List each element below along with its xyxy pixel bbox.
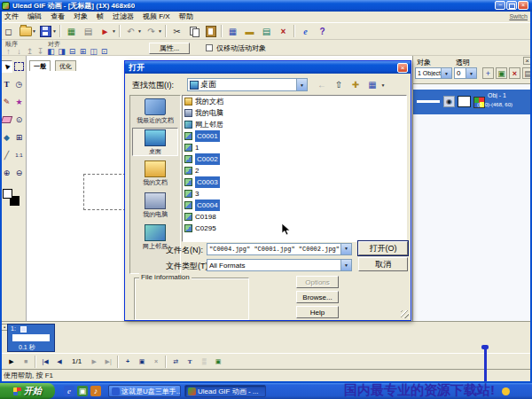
list-item[interactable]: 我的电脑 bbox=[183, 107, 406, 119]
spinner-arrows-icon[interactable]: ▼ bbox=[466, 68, 476, 78]
onion-skin-icon[interactable]: ▒ bbox=[198, 356, 210, 367]
menu-object[interactable]: 对象 bbox=[69, 12, 92, 22]
view-menu-dropdown-icon[interactable]: ▼ bbox=[379, 78, 387, 91]
list-item[interactable]: 1 bbox=[183, 142, 406, 153]
list-item[interactable]: C0003 bbox=[183, 176, 406, 188]
undo-icon[interactable]: ↶ bbox=[123, 24, 138, 39]
play-icon[interactable]: ▶ bbox=[5, 356, 18, 367]
paste-icon[interactable] bbox=[203, 24, 218, 39]
align-middle-icon[interactable]: ◫ bbox=[89, 46, 98, 56]
object-select-combo[interactable]: 1 Object▼ bbox=[415, 67, 452, 79]
foreground-color-swatch[interactable] bbox=[3, 189, 12, 199]
chevron-down-icon[interactable]: ▼ bbox=[296, 79, 307, 90]
save-icon[interactable] bbox=[38, 24, 53, 39]
list-item[interactable]: 2 bbox=[183, 165, 406, 176]
object-row[interactable]: ◉ Obj - 1 (0, 0)-(468, 60) bbox=[413, 90, 532, 114]
last-frame-icon[interactable]: ▶| bbox=[102, 356, 114, 367]
duplicate-object-icon[interactable]: ▣ bbox=[496, 67, 507, 79]
align-canvas-icon[interactable]: ⊡ bbox=[99, 46, 109, 56]
trace-icon[interactable]: ▤ bbox=[259, 24, 274, 39]
add-object-icon[interactable]: + bbox=[482, 67, 494, 79]
taskbar-task-browser[interactable]: 这就是U盘三单手... bbox=[108, 385, 181, 397]
text-tool[interactable]: T bbox=[1, 78, 12, 90]
quick-launch-ie-icon[interactable]: e bbox=[64, 386, 74, 396]
previous-frame-icon[interactable]: ◀ bbox=[53, 356, 66, 367]
move-active-checkbox[interactable] bbox=[206, 44, 213, 51]
dialog-close-button[interactable]: × bbox=[397, 63, 408, 73]
banner-icon[interactable]: ▬ bbox=[242, 24, 257, 39]
look-in-combo[interactable]: 桌面 ▼ bbox=[187, 78, 308, 91]
add-image-icon[interactable]: ▦ bbox=[64, 24, 79, 39]
select-tool[interactable]: ► bbox=[1, 60, 12, 73]
quick-launch-media-icon[interactable]: ♪ bbox=[90, 386, 101, 396]
start-button[interactable]: 开始 bbox=[0, 383, 55, 399]
redo-dropdown-icon[interactable]: ▼ bbox=[158, 28, 163, 34]
filetype-combo[interactable]: All Formats▼ bbox=[207, 259, 352, 271]
resize-grip[interactable] bbox=[401, 310, 409, 318]
move-top-icon[interactable]: ↥ bbox=[25, 46, 35, 56]
zoom-in-tool[interactable]: ⊕ bbox=[1, 167, 12, 179]
place-my-documents[interactable]: 我的文档 bbox=[132, 160, 178, 188]
cancel-button[interactable]: 取消 bbox=[358, 257, 408, 271]
open-icon[interactable] bbox=[18, 24, 33, 39]
move-bottom-icon[interactable]: ↧ bbox=[35, 46, 45, 56]
list-item[interactable]: 3 bbox=[183, 188, 406, 200]
move-down-icon[interactable]: ↓ bbox=[14, 46, 24, 56]
list-item[interactable]: 我的文档 bbox=[183, 96, 406, 107]
quick-launch-desktop-icon[interactable]: ▣ bbox=[77, 386, 88, 396]
move-up-icon[interactable]: ↑ bbox=[4, 46, 13, 56]
tab-optimize[interactable]: 优化 bbox=[55, 60, 76, 71]
list-item[interactable]: C0002 bbox=[183, 153, 406, 165]
undo-dropdown-icon[interactable]: ▼ bbox=[137, 28, 143, 34]
list-item[interactable]: 网上邻居 bbox=[183, 119, 406, 130]
stop-icon[interactable]: ■ bbox=[20, 356, 32, 367]
help-icon[interactable]: ? bbox=[315, 24, 330, 39]
menu-frame[interactable]: 帧 bbox=[92, 12, 108, 22]
open-dropdown-icon[interactable]: ▼ bbox=[32, 28, 37, 34]
delete-frame-icon[interactable]: × bbox=[150, 356, 162, 367]
list-item[interactable]: C0001 bbox=[183, 130, 406, 142]
visibility-eye-icon[interactable]: ◉ bbox=[443, 96, 455, 107]
tab-normal[interactable]: 一般 bbox=[29, 60, 51, 71]
chevron-down-icon[interactable]: ▼ bbox=[340, 244, 351, 254]
browse-button[interactable]: Browse... bbox=[296, 291, 339, 303]
new-folder-icon[interactable]: ✚ bbox=[348, 78, 363, 91]
tween-icon[interactable]: T bbox=[184, 356, 196, 367]
chevron-down-icon[interactable]: ▼ bbox=[441, 68, 451, 78]
actual-size-tool[interactable]: 1:1 bbox=[13, 149, 25, 161]
zoom-tool[interactable]: ⊙ bbox=[13, 113, 25, 126]
zoom-out-tool[interactable]: ⊖ bbox=[13, 167, 25, 179]
first-frame-icon[interactable]: |◀ bbox=[39, 356, 51, 367]
help-button[interactable]: Help bbox=[296, 306, 339, 318]
add-frame-icon[interactable]: + bbox=[121, 356, 134, 367]
transparency-spinner[interactable]: 0▼ bbox=[454, 67, 477, 79]
menu-video-fx[interactable]: 视频 F/X bbox=[138, 12, 175, 22]
reverse-frames-icon[interactable]: ⇄ bbox=[169, 356, 182, 367]
brush-tool[interactable]: ✎ bbox=[1, 96, 12, 108]
switch-link[interactable]: Switch bbox=[509, 12, 528, 22]
cut-icon[interactable]: ✂ bbox=[169, 24, 184, 39]
place-my-computer[interactable]: 我的电脑 bbox=[132, 192, 178, 220]
close-button[interactable]: × bbox=[518, 1, 528, 10]
list-item[interactable]: C0295 bbox=[183, 223, 406, 234]
marquee-tool[interactable] bbox=[13, 60, 25, 73]
duplicate-frame-icon[interactable]: ▣ bbox=[136, 356, 148, 367]
clock-tool[interactable]: ◷ bbox=[13, 78, 25, 90]
up-one-level-icon[interactable]: ⇧ bbox=[332, 78, 346, 91]
menu-help[interactable]: 帮助 bbox=[175, 12, 198, 22]
selection-rectangle[interactable] bbox=[83, 174, 126, 210]
frame-1[interactable]: 1: 0.1 秒 bbox=[7, 324, 55, 352]
new-icon[interactable]: ◻ bbox=[1, 24, 16, 39]
add-video-icon[interactable]: ▤ bbox=[81, 24, 96, 39]
restore-button[interactable] bbox=[506, 1, 517, 10]
view-menu-icon[interactable]: ▦ bbox=[365, 78, 379, 91]
preview-in-browser-icon[interactable]: e bbox=[298, 24, 313, 39]
chevron-down-icon[interactable]: ▼ bbox=[340, 260, 351, 270]
align-center-icon[interactable]: ⊞ bbox=[78, 46, 88, 56]
crop-tool[interactable]: ⊞ bbox=[13, 131, 25, 144]
redo-icon[interactable]: ↷ bbox=[144, 24, 159, 39]
pick-color-dropdown-icon[interactable]: ▼ bbox=[112, 28, 117, 34]
taskbar-task-ulead[interactable]: Ulead GIF 动画 - ... bbox=[184, 385, 266, 397]
frame-grid-icon[interactable]: ▦ bbox=[225, 24, 240, 39]
delete-icon[interactable]: × bbox=[276, 24, 291, 39]
